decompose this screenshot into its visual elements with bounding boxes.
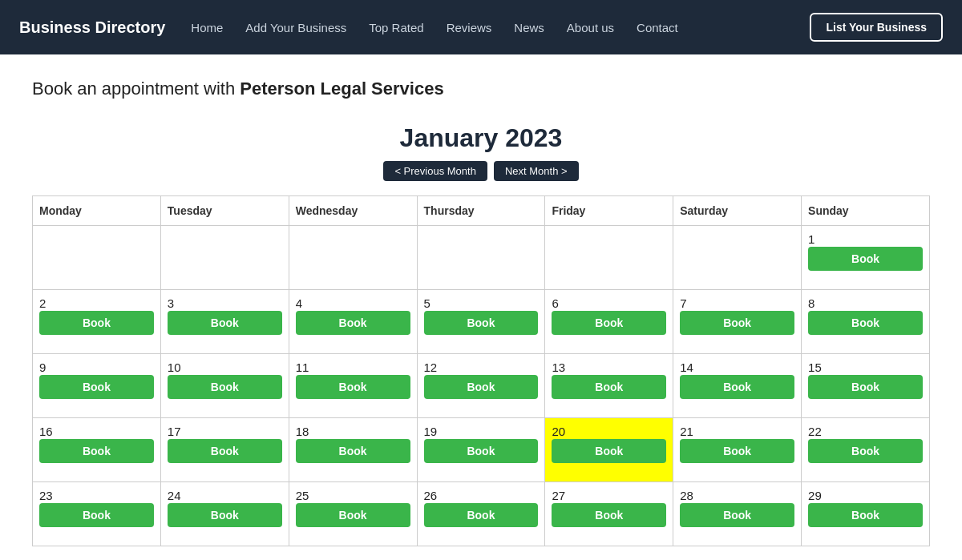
calendar-cell: 9Book [33, 354, 161, 418]
calendar-cell [673, 226, 802, 290]
book-button-day-1[interactable]: Book [808, 247, 923, 271]
nav-link-about-us[interactable]: About us [567, 21, 614, 34]
book-button-day-18[interactable]: Book [296, 439, 410, 463]
book-button-day-19[interactable]: Book [424, 439, 539, 463]
nav-link-home[interactable]: Home [191, 21, 223, 34]
cal-header-friday: Friday [545, 196, 673, 226]
cal-header-saturday: Saturday [673, 196, 802, 226]
book-button-day-27[interactable]: Book [552, 503, 666, 527]
book-button-day-4[interactable]: Book [296, 311, 410, 335]
cell-day-number: 26 [424, 489, 438, 502]
calendar-cell: 20Book [545, 418, 673, 482]
calendar-header-row: MondayTuesdayWednesdayThursdayFridaySatu… [33, 196, 930, 226]
cal-header-sunday: Sunday [802, 196, 930, 226]
book-button-day-16[interactable]: Book [39, 439, 154, 463]
cell-day-number: 11 [296, 361, 309, 374]
cell-day-number: 2 [39, 296, 46, 310]
cell-day-number: 8 [808, 296, 814, 310]
list-your-business-button[interactable]: List Your Business [810, 13, 943, 42]
cal-header-tuesday: Tuesday [160, 196, 289, 226]
prev-month-button[interactable]: < Previous Month [383, 161, 487, 181]
calendar-cell [160, 226, 289, 290]
book-button-day-9[interactable]: Book [39, 375, 154, 399]
calendar-cell: 27Book [545, 482, 673, 546]
cell-day-number: 3 [168, 296, 174, 310]
book-button-day-13[interactable]: Book [552, 375, 666, 399]
calendar-cell: 1Book [802, 226, 930, 290]
cell-day-number: 24 [168, 489, 181, 502]
cal-header-monday: Monday [33, 196, 161, 226]
nav-link-add-your-business[interactable]: Add Your Business [245, 21, 346, 34]
nav-link-reviews[interactable]: Reviews [447, 21, 492, 34]
calendar-row-3: 16Book17Book18Book19Book20Book21Book22Bo… [33, 418, 930, 482]
book-button-day-5[interactable]: Book [424, 311, 539, 335]
nav-link-news[interactable]: News [514, 21, 544, 34]
nav-brand: Business Directory [19, 18, 165, 37]
calendar-row-4: 23Book24Book25Book26Book27Book28Book29Bo… [33, 482, 930, 546]
book-button-day-17[interactable]: Book [168, 439, 282, 463]
cell-day-number: 29 [808, 489, 822, 502]
calendar-cell: 16Book [33, 418, 161, 482]
page-title: Book an appointment with Peterson Legal … [32, 79, 930, 99]
calendar-cell [545, 226, 673, 290]
cell-day-number: 21 [680, 425, 693, 438]
cell-day-number: 19 [424, 425, 438, 438]
calendar-cell: 8Book [802, 290, 930, 354]
page-content: Book an appointment with Peterson Legal … [16, 54, 946, 560]
cell-day-number: 28 [680, 489, 693, 502]
book-button-day-28[interactable]: Book [680, 503, 794, 527]
calendar-cell: 10Book [160, 354, 289, 418]
book-button-day-24[interactable]: Book [168, 503, 282, 527]
calendar-cell: 5Book [417, 290, 545, 354]
book-button-day-14[interactable]: Book [680, 375, 794, 399]
calendar-cell: 23Book [33, 482, 161, 546]
cell-day-number: 20 [552, 425, 565, 438]
calendar-cell: 28Book [673, 482, 802, 546]
cell-day-number: 17 [168, 425, 181, 438]
cell-day-number: 5 [424, 296, 430, 310]
book-button-day-12[interactable]: Book [424, 375, 539, 399]
cell-day-number: 10 [168, 361, 181, 374]
nav-links: HomeAdd Your BusinessTop RatedReviewsNew… [191, 21, 810, 34]
next-month-button[interactable]: Next Month > [494, 161, 579, 181]
calendar-cell: 15Book [802, 354, 930, 418]
calendar-table: MondayTuesdayWednesdayThursdayFridaySatu… [32, 195, 930, 546]
book-button-day-20[interactable]: Book [552, 439, 666, 463]
nav-link-top-rated[interactable]: Top Rated [369, 21, 423, 34]
book-button-day-25[interactable]: Book [296, 503, 410, 527]
book-button-day-10[interactable]: Book [168, 375, 282, 399]
calendar-month-title: January 2023 [32, 123, 930, 153]
calendar-cell: 4Book [289, 290, 417, 354]
calendar-cell [417, 226, 545, 290]
cell-day-number: 18 [296, 425, 309, 438]
calendar-cell [289, 226, 417, 290]
calendar-row-2: 9Book10Book11Book12Book13Book14Book15Boo… [33, 354, 930, 418]
cell-day-number: 6 [552, 296, 558, 310]
calendar-cell: 13Book [545, 354, 673, 418]
book-button-day-15[interactable]: Book [808, 375, 923, 399]
book-button-day-22[interactable]: Book [808, 439, 923, 463]
calendar-cell: 11Book [289, 354, 417, 418]
navbar: Business Directory HomeAdd Your Business… [0, 0, 962, 54]
book-button-day-2[interactable]: Book [39, 311, 154, 335]
book-button-day-29[interactable]: Book [808, 503, 923, 527]
cal-header-thursday: Thursday [417, 196, 545, 226]
nav-link-contact[interactable]: Contact [637, 21, 678, 34]
book-button-day-23[interactable]: Book [39, 503, 154, 527]
book-button-day-3[interactable]: Book [168, 311, 282, 335]
calendar-header: January 2023 < Previous Month Next Month… [32, 123, 930, 181]
calendar-cell: 26Book [417, 482, 545, 546]
book-button-day-8[interactable]: Book [808, 311, 923, 335]
calendar-cell: 19Book [417, 418, 545, 482]
cell-day-number: 23 [39, 489, 53, 502]
book-button-day-11[interactable]: Book [296, 375, 410, 399]
book-button-day-6[interactable]: Book [552, 311, 666, 335]
cell-day-number: 13 [552, 361, 565, 374]
book-button-day-21[interactable]: Book [680, 439, 794, 463]
calendar-thead: MondayTuesdayWednesdayThursdayFridaySatu… [33, 196, 930, 226]
book-button-day-7[interactable]: Book [680, 311, 794, 335]
calendar-row-0: 1Book [33, 226, 930, 290]
book-button-day-26[interactable]: Book [424, 503, 539, 527]
cell-day-number: 27 [552, 489, 565, 502]
cell-day-number: 16 [39, 425, 53, 438]
